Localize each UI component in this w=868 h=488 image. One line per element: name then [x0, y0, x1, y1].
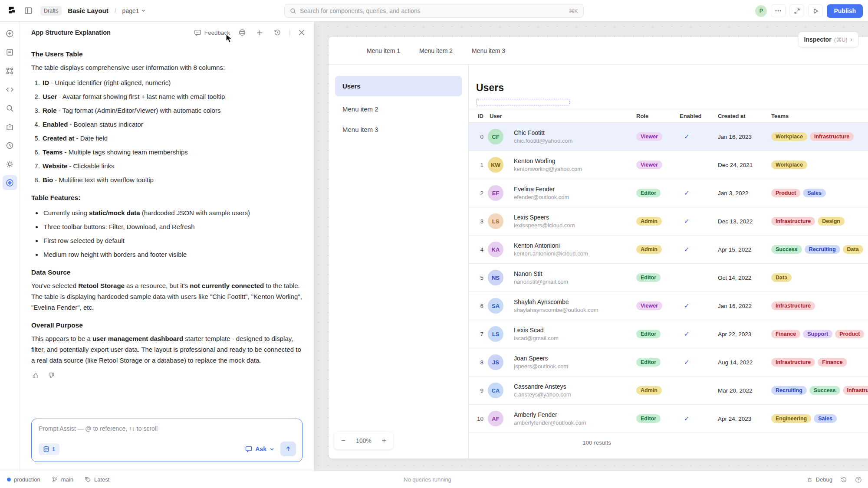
table-row[interactable]: 0 CFChic Footittchic.footitt@yahoo.com V… — [469, 123, 868, 151]
add-component-icon[interactable] — [3, 26, 17, 41]
branch-selector[interactable]: main — [52, 476, 73, 483]
columns-list: ID - Unique identifier (right-aligned, n… — [31, 77, 302, 185]
ask-mode-selector[interactable]: Ask — [245, 445, 274, 452]
column-header-teams[interactable]: Teams — [771, 113, 868, 119]
sidebar-item-menu-2[interactable]: Menu item 2 — [335, 99, 462, 119]
zoom-out-button[interactable]: − — [341, 436, 345, 445]
chevron-right-icon: › — [850, 36, 852, 43]
list-item: Medium row height with borders and foote… — [43, 249, 302, 260]
prompt-input[interactable]: Prompt Assist — @ to reference, ↑↓ to sc… — [31, 419, 302, 462]
canvas: Menu item 1 Menu item 2 Menu item 3 User… — [314, 22, 868, 471]
chat-history-icon[interactable] — [272, 27, 283, 38]
chat-icon — [245, 445, 252, 452]
new-chat-icon[interactable] — [254, 27, 265, 38]
drafts-badge[interactable]: Drafts — [40, 6, 62, 16]
toolbox-icon[interactable] — [3, 119, 17, 134]
components-icon[interactable] — [3, 63, 17, 78]
list-item: Currently using static/mock data (hardco… — [43, 207, 302, 218]
menu-item-2[interactable]: Menu item 2 — [419, 47, 453, 54]
role-tag: Editor — [636, 330, 661, 338]
section-heading-users-table: The Users Table — [31, 49, 302, 59]
table-row[interactable]: 10 AFAmberly Fenderamberlyfender@outlook… — [469, 405, 868, 433]
column-header-user[interactable]: User — [483, 113, 636, 119]
close-icon[interactable] — [296, 27, 307, 38]
table-row[interactable]: 4 KAKenton Antonionikenton.antonioni@icl… — [469, 236, 868, 264]
search-placeholder: Search for components, queries, and acti… — [300, 7, 565, 14]
divider — [289, 29, 290, 36]
model-selector-icon[interactable] — [237, 27, 248, 38]
search-input[interactable]: Search for components, queries, and acti… — [284, 4, 584, 18]
table-row[interactable]: 9 CACassandre Ansteysc.ansteys@yahoo.com… — [469, 377, 868, 405]
chevron-down-icon — [270, 447, 274, 452]
column-header-created[interactable]: Created at — [718, 113, 771, 119]
table-row[interactable]: 2 EFEvelina Fenderefender@outlook.com Ed… — [469, 179, 868, 207]
history-icon[interactable] — [3, 138, 17, 153]
zoom-in-button[interactable]: + — [382, 436, 386, 445]
table-row[interactable]: 1 KWKenton Worlingkentonworling@yahoo.co… — [469, 151, 868, 179]
enabled-check-icon: ✓ — [680, 358, 718, 366]
environment-selector[interactable]: production — [7, 476, 40, 483]
inspector-button[interactable]: Inspector (⌘U) › — [798, 32, 858, 47]
section-heading-table-features: Table Features: — [31, 192, 302, 203]
avatar: KA — [488, 242, 503, 257]
pages-icon[interactable] — [3, 45, 17, 59]
enabled-check-icon: ✓ — [680, 133, 718, 141]
list-item: Role - Tag format (Admin/Editor/Viewer) … — [42, 105, 302, 116]
settings-icon[interactable] — [3, 157, 17, 171]
selected-component-outline[interactable] — [476, 99, 570, 105]
ai-panel-header: App Structure Explanation Feedback — [20, 22, 314, 43]
team-tag: Workplace — [771, 132, 807, 141]
search-shortcut: ⌘K — [569, 8, 578, 14]
team-tag: Sales — [803, 189, 826, 197]
table-row[interactable]: 3 LSLexis Speerslexisspeers@icloud.com A… — [469, 207, 868, 236]
column-header-enabled[interactable]: Enabled — [680, 113, 718, 119]
section-heading-data-source: Data Source — [31, 267, 302, 278]
table-row[interactable]: 5 NSNanon Stitnanonstit@gmail.com Editor… — [469, 264, 868, 292]
sidebar-item-menu-3[interactable]: Menu item 3 — [335, 119, 462, 140]
results-count: 100 results — [582, 439, 611, 446]
users-table: ID User Role Enabled Created at Teams 0 … — [469, 109, 868, 452]
column-header-id[interactable]: ID — [474, 113, 483, 119]
help-icon[interactable] — [855, 476, 862, 483]
column-header-role[interactable]: Role — [636, 113, 680, 119]
expand-button[interactable] — [789, 4, 804, 17]
table-row[interactable]: 8 JSJoan Speersjspeers@outlook.com Edito… — [469, 348, 868, 377]
feedback-button[interactable]: Feedback — [194, 29, 230, 36]
thumbs-down-icon[interactable] — [46, 371, 56, 380]
ellipsis-icon — [775, 7, 782, 14]
user-avatar[interactable]: P — [755, 5, 767, 17]
version-selector[interactable]: Latest — [85, 476, 109, 483]
page-selector[interactable]: page1 — [122, 7, 146, 14]
list-item: ID - Unique identifier (right-aligned, n… — [42, 77, 302, 88]
ai-assistant-icon[interactable] — [3, 175, 17, 190]
role-tag: Viewer — [636, 160, 662, 169]
queries-status: No queries running — [404, 476, 451, 483]
send-button[interactable] — [280, 442, 296, 456]
avatar: CA — [488, 383, 503, 398]
code-icon[interactable] — [3, 82, 17, 97]
page-title: Users — [476, 82, 868, 94]
preview-button[interactable] — [808, 4, 823, 17]
prompt-placeholder: Prompt Assist — @ to reference, ↑↓ to sc… — [39, 425, 296, 432]
prompt-area: Prompt Assist — @ to reference, ↑↓ to sc… — [20, 413, 314, 471]
release-history-icon[interactable] — [840, 476, 847, 483]
panel-toggle-icon[interactable] — [23, 5, 34, 16]
app-sidebar: Users Menu item 2 Menu item 3 — [329, 65, 468, 459]
table-row[interactable]: 7 LSLexis Scadlscad@gmail.com Editor ✓ A… — [469, 320, 868, 348]
table-row[interactable]: 6 SAShaylah Aynscombeshaylahaynscombe@ou… — [469, 292, 868, 320]
ai-response-content: The Users Table The table displays compr… — [20, 43, 314, 413]
team-tag: Infrastructure — [771, 217, 815, 226]
enabled-check-icon: ✓ — [680, 302, 718, 310]
more-options-button[interactable] — [771, 4, 786, 17]
publish-button[interactable]: Publish — [827, 4, 863, 18]
context-chip[interactable]: 1 — [39, 443, 59, 455]
menu-item-1[interactable]: Menu item 1 — [367, 47, 400, 54]
environment-dot-icon — [7, 478, 11, 481]
menu-item-3[interactable]: Menu item 3 — [472, 47, 505, 54]
debug-button[interactable]: Debug — [806, 476, 832, 483]
thumbs-up-icon[interactable] — [31, 371, 40, 380]
search-panel-icon[interactable] — [3, 101, 17, 115]
sidebar-item-users[interactable]: Users — [335, 76, 462, 96]
role-tag: Editor — [636, 414, 661, 423]
list-item: User - Avatar format showing first + las… — [42, 91, 302, 102]
